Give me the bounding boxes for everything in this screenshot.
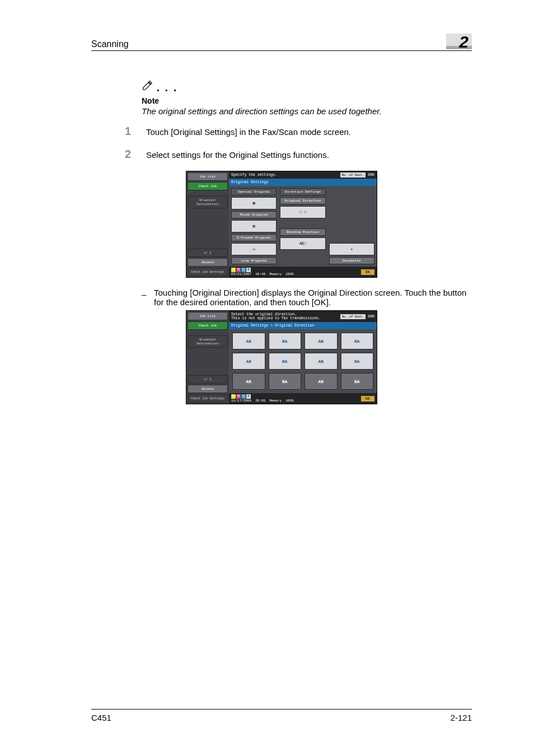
orientation-option[interactable]: BA	[341, 373, 374, 390]
instruction-text: Specify the settings.	[231, 173, 277, 177]
pencil-icon	[142, 83, 156, 93]
zfolded-original-button[interactable]: Z-Folded Original	[231, 234, 277, 241]
check-job-button[interactable]: Check Job	[188, 182, 228, 190]
substep: – Touching [Original Direction] displays…	[142, 288, 472, 307]
long-original-button[interactable]: Long Original	[231, 257, 277, 264]
section-title: Scanning	[91, 39, 129, 49]
status-bar: Y M C K 11/17/2006 20:06 Memory 100% OK	[229, 393, 377, 404]
instruction-line1: Select the original direction.	[231, 312, 297, 316]
dest-count: 000	[368, 173, 374, 177]
delete-button[interactable]: Delete	[188, 385, 228, 393]
screenshot-original-direction: Job List Check Job Broadcast Destination…	[186, 310, 377, 404]
step-text: Touch [Original Settings] in the Fax/Sca…	[142, 125, 472, 138]
check-job-settings-button[interactable]: Check Job Settings	[188, 394, 228, 403]
memory-value: 100%	[285, 399, 293, 403]
mixed-original-button[interactable]: Mixed Original	[231, 211, 277, 218]
note-block: . . . Note The original settings and dir…	[142, 79, 472, 116]
special-original-header: Special Original	[231, 188, 277, 195]
orientation-option-selected[interactable]: AB	[232, 373, 265, 390]
check-job-settings-button[interactable]: Check Job Settings	[188, 268, 228, 276]
substep-dash: –	[142, 288, 154, 307]
page-header: Scanning 2	[91, 34, 472, 51]
step-number: 2	[125, 148, 142, 161]
orientation-option[interactable]: AB	[305, 353, 338, 370]
orientation-option[interactable]: BA	[269, 353, 302, 370]
dest-count: 000	[368, 315, 374, 319]
status-bar: Y M C K 03/21/2007 18:46 Memory 100% OK	[229, 267, 377, 277]
direction-settings-header: Direction Settings	[280, 188, 325, 195]
binding-position-button[interactable]: Binding Position	[280, 228, 325, 236]
orientation-option[interactable]: AB	[305, 373, 338, 390]
footer-model: C451	[91, 713, 111, 722]
step-text: Select settings for the Original Setting…	[142, 148, 472, 161]
note-label: Note	[142, 96, 472, 105]
dest-badge: No. of Dest.	[340, 314, 366, 319]
instruction-bar: Select the original direction. This is n…	[229, 311, 377, 322]
status-date: 11/17/2006	[231, 399, 251, 403]
memory-label: Memory	[269, 399, 282, 403]
job-list-button[interactable]: Job List	[188, 312, 228, 320]
binding-position-icon: AB ⬚	[280, 237, 325, 250]
toner-indicator: Y M C K	[231, 394, 294, 399]
breadcrumb: Original Settings	[229, 179, 377, 186]
despeckle-icon: ✦	[329, 243, 374, 255]
status-time: 20:06	[255, 399, 265, 403]
instruction-bar: Specify the settings. No. of Dest. 000	[229, 171, 377, 179]
step-2: 2 Select settings for the Original Setti…	[125, 148, 472, 161]
check-job-button[interactable]: Check Job	[188, 321, 228, 330]
substep-text: Touching [Original Direction] displays t…	[154, 288, 472, 307]
orientation-option[interactable]: BA	[269, 373, 302, 390]
ok-button[interactable]: OK	[361, 396, 374, 402]
job-list-button[interactable]: Job List	[188, 172, 228, 181]
zfolded-original-icon: ▥	[231, 220, 277, 232]
step-1: 1 Touch [Original Settings] in the Fax/S…	[125, 125, 472, 138]
ellipsis-icon: . . .	[156, 81, 177, 94]
delete-button[interactable]: Delete	[188, 258, 228, 267]
orientation-option[interactable]: BA	[341, 353, 374, 370]
chapter-number: 2	[459, 32, 469, 52]
footer-page: 2-121	[451, 713, 472, 722]
page-footer: C451 2-121	[91, 709, 472, 722]
broadcast-destinations-label: Broadcast Destinations	[188, 196, 228, 208]
memory-label: Memory	[269, 272, 282, 276]
page-indicator: 1/ 1	[188, 375, 228, 384]
orientation-grid: AB BA AB BA AB BA AB BA AB BA AB BA	[229, 329, 377, 393]
memory-value: 100%	[285, 272, 293, 276]
orientation-option[interactable]: AB	[305, 333, 338, 349]
dest-badge: No. of Dest.	[340, 172, 366, 178]
orientation-option[interactable]: AB	[232, 333, 265, 349]
instruction-line2: This is not applied to fax transmissions…	[231, 316, 321, 320]
despeckle-button[interactable]: Despeckle	[329, 257, 374, 264]
long-original-icon: ▭	[231, 243, 277, 255]
breadcrumb: Original Settings > Original Direction	[229, 322, 377, 329]
orientation-option[interactable]: BA	[341, 333, 374, 349]
note-text: The original settings and direction sett…	[142, 106, 472, 116]
page-indicator: 1/ 1	[188, 249, 228, 257]
orientation-option[interactable]: BA	[269, 333, 302, 349]
toner-indicator: Y M C K	[231, 268, 294, 272]
status-date: 03/21/2007	[231, 272, 251, 276]
broadcast-destinations-label: Broadcast Destinations	[188, 335, 228, 348]
mixed-original-icon: ▤	[231, 197, 277, 209]
original-direction-button[interactable]: Original Direction	[280, 197, 325, 204]
step-number: 1	[125, 125, 142, 138]
steps-list: 1 Touch [Original Settings] in the Fax/S…	[125, 125, 472, 161]
chapter-indicator: 2	[446, 34, 472, 49]
screenshot-original-settings: Job List Check Job Broadcast Destination…	[186, 171, 377, 278]
ok-button[interactable]: OK	[361, 269, 374, 275]
status-time: 18:46	[255, 272, 265, 276]
orientation-option[interactable]: AB	[232, 353, 265, 370]
original-direction-icon: ⬚ ⬚	[280, 206, 325, 218]
